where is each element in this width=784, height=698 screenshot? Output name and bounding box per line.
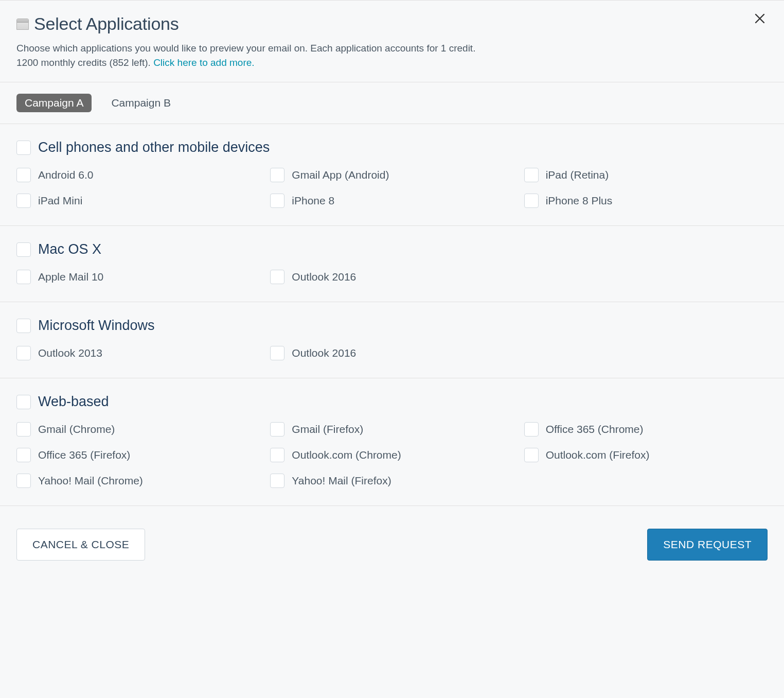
- app-item[interactable]: Office 365 (Chrome): [524, 422, 768, 437]
- item-checkbox[interactable]: [16, 270, 31, 284]
- item-label: Outlook 2016: [292, 271, 356, 283]
- item-label: Android 6.0: [38, 169, 93, 181]
- item-checkbox[interactable]: [16, 448, 31, 462]
- section-mac-os-x: Mac OS X Apple Mail 10 Outlook 2016: [0, 226, 784, 302]
- app-item[interactable]: iPad Mini: [16, 194, 260, 208]
- add-credits-link[interactable]: Click here to add more.: [153, 57, 254, 68]
- item-label: iPhone 8 Plus: [546, 195, 613, 207]
- section-checkbox[interactable]: [16, 319, 31, 333]
- app-item[interactable]: Yahoo! Mail (Firefox): [270, 474, 513, 488]
- item-checkbox[interactable]: [270, 270, 284, 284]
- item-label: Office 365 (Firefox): [38, 449, 130, 461]
- item-checkbox[interactable]: [270, 194, 284, 208]
- app-item[interactable]: Apple Mail 10: [16, 270, 260, 284]
- section-title: Mac OS X: [38, 241, 101, 257]
- applications-icon: [16, 19, 29, 30]
- item-checkbox[interactable]: [16, 168, 31, 182]
- app-item[interactable]: iPhone 8: [270, 194, 513, 208]
- subtitle-line1: Choose which applications you would like…: [16, 43, 475, 54]
- item-checkbox[interactable]: [270, 168, 284, 182]
- app-item[interactable]: Gmail (Chrome): [16, 422, 260, 437]
- item-checkbox[interactable]: [270, 422, 284, 437]
- app-item[interactable]: Outlook 2016: [270, 270, 513, 284]
- close-button[interactable]: [752, 12, 768, 27]
- item-label: Yahoo! Mail (Chrome): [38, 475, 143, 487]
- send-request-button[interactable]: SEND REQUEST: [647, 529, 768, 561]
- section-title: Microsoft Windows: [38, 318, 155, 334]
- app-item[interactable]: iPad (Retina): [524, 168, 768, 182]
- item-label: Office 365 (Chrome): [546, 423, 644, 435]
- item-checkbox[interactable]: [524, 194, 539, 208]
- section-microsoft-windows: Microsoft Windows Outlook 2013 Outlook 2…: [0, 302, 784, 378]
- app-item[interactable]: Yahoo! Mail (Chrome): [16, 474, 260, 488]
- item-checkbox[interactable]: [270, 474, 284, 488]
- item-checkbox[interactable]: [270, 448, 284, 462]
- section-title: Web-based: [38, 394, 109, 410]
- section-mobile-devices: Cell phones and other mobile devices And…: [0, 124, 784, 226]
- app-item[interactable]: Office 365 (Firefox): [16, 448, 260, 462]
- item-checkbox[interactable]: [524, 168, 539, 182]
- item-label: Gmail (Chrome): [38, 423, 115, 435]
- section-web-based: Web-based Gmail (Chrome) Gmail (Firefox)…: [0, 378, 784, 506]
- section-checkbox[interactable]: [16, 242, 31, 257]
- app-item[interactable]: Outlook 2013: [16, 346, 260, 360]
- app-item[interactable]: Gmail (Firefox): [270, 422, 513, 437]
- app-item[interactable]: Outlook.com (Firefox): [524, 448, 768, 462]
- item-label: Gmail (Firefox): [292, 423, 363, 435]
- section-checkbox[interactable]: [16, 141, 31, 155]
- subtitle-line2-prefix: 1200 monthly credits (852 left).: [16, 57, 153, 68]
- item-checkbox[interactable]: [524, 448, 539, 462]
- item-checkbox[interactable]: [524, 422, 539, 437]
- item-checkbox[interactable]: [16, 346, 31, 360]
- item-label: Apple Mail 10: [38, 271, 103, 283]
- section-title: Cell phones and other mobile devices: [38, 139, 270, 155]
- cancel-button[interactable]: CANCEL & CLOSE: [16, 529, 145, 561]
- tab-campaign-a[interactable]: Campaign A: [16, 94, 92, 112]
- tab-campaign-b[interactable]: Campaign B: [103, 94, 179, 112]
- modal-footer: CANCEL & CLOSE SEND REQUEST: [0, 506, 784, 578]
- item-checkbox[interactable]: [16, 194, 31, 208]
- item-label: Outlook 2016: [292, 347, 356, 359]
- app-item[interactable]: Outlook.com (Chrome): [270, 448, 513, 462]
- item-label: Gmail App (Android): [292, 169, 389, 181]
- section-checkbox[interactable]: [16, 395, 31, 409]
- app-item[interactable]: iPhone 8 Plus: [524, 194, 768, 208]
- item-checkbox[interactable]: [270, 346, 284, 360]
- item-checkbox[interactable]: [16, 422, 31, 437]
- item-label: Outlook.com (Firefox): [546, 449, 650, 461]
- modal-header: Select Applications Choose which applica…: [0, 1, 784, 82]
- item-checkbox[interactable]: [16, 474, 31, 488]
- app-item[interactable]: Outlook 2016: [270, 346, 513, 360]
- item-label: iPhone 8: [292, 195, 334, 207]
- select-applications-modal: Select Applications Choose which applica…: [0, 0, 784, 578]
- app-item[interactable]: Android 6.0: [16, 168, 260, 182]
- item-label: Outlook 2013: [38, 347, 102, 359]
- campaign-tabs: Campaign A Campaign B: [0, 82, 784, 124]
- modal-title: Select Applications: [34, 14, 179, 34]
- item-label: Yahoo! Mail (Firefox): [292, 475, 391, 487]
- close-icon: [754, 13, 765, 24]
- item-label: Outlook.com (Chrome): [292, 449, 401, 461]
- modal-subtitle: Choose which applications you would like…: [16, 41, 768, 69]
- item-label: iPad Mini: [38, 195, 82, 207]
- app-item[interactable]: Gmail App (Android): [270, 168, 513, 182]
- item-label: iPad (Retina): [546, 169, 609, 181]
